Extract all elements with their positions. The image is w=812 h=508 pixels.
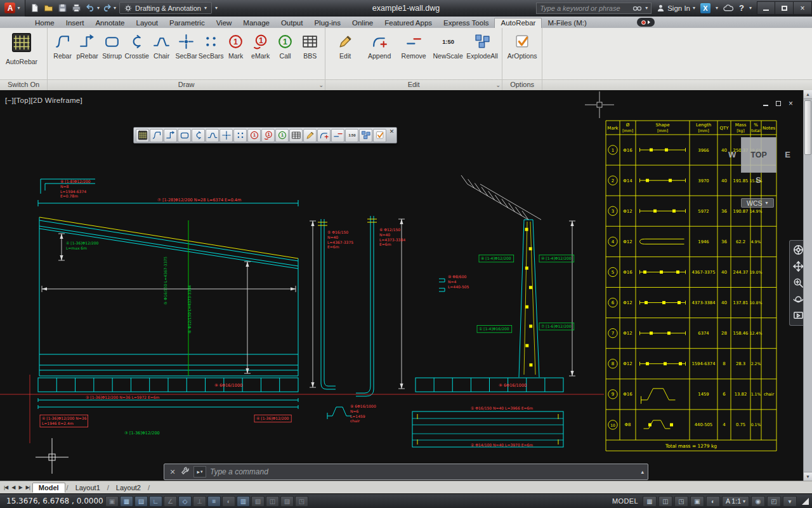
- viewcube-east[interactable]: E: [785, 150, 790, 159]
- toolbar-close-icon[interactable]: ✕: [388, 128, 395, 135]
- close-icon[interactable]: ×: [789, 99, 793, 108]
- close-button[interactable]: ×: [794, 1, 812, 15]
- restore-button[interactable]: [775, 1, 794, 15]
- plot-button[interactable]: [69, 2, 83, 15]
- ribbon-tab-annotate[interactable]: Annotate: [89, 18, 130, 28]
- status-toggle-objectsnap[interactable]: ◇: [178, 496, 192, 507]
- command-line[interactable]: ✕ ▸▾ Type a command ▴: [164, 464, 648, 480]
- panel-expander-icon[interactable]: ⌄: [319, 81, 324, 90]
- status-toggle-polartracking[interactable]: ∠: [164, 496, 177, 507]
- ribbon-button-call[interactable]: 1Call: [273, 32, 298, 60]
- panel-title-edit[interactable]: Edit⌄: [325, 79, 502, 90]
- ribbon-tab-online[interactable]: Online: [346, 18, 379, 28]
- status-toggle-dynamicinput[interactable]: ▥: [237, 496, 250, 507]
- layout-tab-layout2[interactable]: Layout2: [110, 483, 147, 492]
- toolbar-button-aroptions[interactable]: [373, 129, 386, 142]
- command-close-icon[interactable]: ✕: [168, 468, 177, 476]
- status-toggle-objectsnaptracking[interactable]: ≡: [207, 496, 221, 507]
- panel-title-options[interactable]: Options: [502, 79, 542, 90]
- command-history-icon[interactable]: ▴: [641, 469, 644, 475]
- command-prompt-icon[interactable]: ▸▾: [193, 466, 206, 478]
- minimize-icon[interactable]: [763, 105, 768, 106]
- ribbon-tab-parametric[interactable]: Parametric: [164, 18, 211, 28]
- toolbar-button-rebar[interactable]: [150, 129, 163, 142]
- restore-icon[interactable]: [776, 101, 781, 106]
- autodesk-exchange-icon[interactable]: X: [700, 3, 710, 13]
- toolbar-lock-button[interactable]: ◰: [767, 496, 781, 507]
- toolbar-button-secbar[interactable]: [219, 129, 233, 142]
- ribbon-button-bbs[interactable]: BBS: [298, 32, 322, 60]
- command-input[interactable]: Type a command: [210, 467, 637, 476]
- toolbar-button-secbars[interactable]: [233, 129, 247, 142]
- toolbar-button-remove[interactable]: [331, 129, 344, 142]
- ribbon-button-rebar[interactable]: Rebar: [50, 32, 75, 60]
- vertical-scrollbar[interactable]: ▲ ▼: [803, 90, 812, 481]
- scroll-down-arrow[interactable]: ▼: [804, 472, 812, 481]
- prev-tab-arrow-icon[interactable]: ◀: [10, 485, 16, 490]
- toolbar-button-mark[interactable]: 1: [247, 129, 261, 142]
- ribbon-tab-layout[interactable]: Layout: [131, 18, 164, 28]
- ribbon-button-prebar[interactable]: pRebar: [75, 32, 100, 60]
- status-button-model-space[interactable]: ▦: [643, 496, 657, 507]
- ribbon-tab-view[interactable]: View: [211, 18, 238, 28]
- toolbar-button-emark[interactable]: 1: [261, 129, 275, 142]
- toolbar-button-explodeall[interactable]: [359, 129, 372, 142]
- ribbon-button-explodeall[interactable]: ExplodeAll: [465, 32, 499, 60]
- command-customize-wrench-icon[interactable]: [181, 466, 190, 478]
- model-space-label[interactable]: MODEL: [612, 497, 638, 505]
- next-tab-arrow-icon[interactable]: ▶: [16, 485, 23, 490]
- viewport-controls-label[interactable]: [−][Top][2D Wireframe]: [5, 97, 82, 104]
- last-tab-arrow-icon[interactable]: ▶|: [24, 485, 32, 490]
- toolbar-customize-icon[interactable]: ▾: [215, 5, 218, 11]
- status-toggle-showtransparency[interactable]: ◫: [266, 496, 279, 507]
- workspace-gear-button[interactable]: ◉: [751, 496, 765, 507]
- workspace-switcher[interactable]: Drafting & Annotation ▾: [119, 2, 212, 14]
- viewcube[interactable]: W TOP E S WCS ▾: [727, 130, 790, 216]
- status-toggle-selectioncycling[interactable]: ◳: [295, 496, 308, 507]
- scroll-up-arrow[interactable]: ▲: [804, 90, 812, 99]
- annotation-scale-button[interactable]: A 1:1 ▾: [722, 496, 749, 507]
- toolbar-button-edit[interactable]: [303, 129, 317, 142]
- ribbon-tab-m-files-m-[interactable]: M-Files (M:): [542, 18, 592, 28]
- toolbar-button-prebar[interactable]: [164, 129, 177, 142]
- binoculars-search-icon[interactable]: [632, 4, 642, 11]
- viewcube-wcs-menu[interactable]: WCS ▾: [741, 198, 774, 208]
- undo-button[interactable]: [83, 2, 97, 15]
- toolbar-button-crosstie[interactable]: [192, 129, 205, 142]
- toolbar-button-chair[interactable]: [206, 129, 219, 142]
- sign-in-button[interactable]: Sign In ▾: [657, 4, 695, 12]
- redo-button[interactable]: [100, 2, 114, 15]
- ribbon-button-append[interactable]: Append: [362, 32, 396, 60]
- status-toggle-griddisplay[interactable]: ▤: [134, 496, 148, 507]
- status-menu-button[interactable]: ▾: [783, 496, 797, 507]
- ribbon-tab-manage[interactable]: Manage: [237, 18, 275, 28]
- ribbon-button-crosstie[interactable]: Crosstie: [124, 32, 149, 60]
- open-file-button[interactable]: [41, 2, 55, 15]
- ribbon-button-newscale[interactable]: 1:50NewScale: [431, 32, 465, 60]
- ribbon-tab-express-tools[interactable]: Express Tools: [438, 18, 494, 28]
- ribbon-tab-plug-ins[interactable]: Plug-ins: [308, 18, 346, 28]
- redo-dropdown-icon[interactable]: ▾: [114, 5, 116, 11]
- ribbon-tab-insert[interactable]: Insert: [60, 18, 90, 28]
- app-menu-button[interactable]: A ▾: [0, 0, 25, 17]
- ribbon-button-remove[interactable]: Remove: [396, 32, 431, 60]
- status-button-quick-view-drawings[interactable]: ◳: [674, 496, 688, 507]
- status-toggle-dynamicucs[interactable]: ◐: [222, 496, 235, 507]
- toolbar-button-stirrup[interactable]: [178, 129, 191, 142]
- ribbon-tab-output[interactable]: Output: [275, 18, 309, 28]
- cad-canvas[interactable]: MarkØ[mm]Shape[mm]Length[mm]QTYMass[kg]%…: [0, 90, 812, 481]
- ribbon-button-emark[interactable]: 1eMark: [248, 32, 273, 60]
- ribbon-tab-autorebar[interactable]: AutoRebar: [494, 18, 542, 28]
- status-toggle-snapmode[interactable]: ▦: [120, 496, 133, 507]
- ribbon-button-autorebar[interactable]: AutoRebar: [3, 32, 41, 65]
- first-tab-arrow-icon[interactable]: |◀: [2, 485, 10, 490]
- status-toggle-inferconstraints[interactable]: ▣: [105, 496, 119, 507]
- panel-expander-icon[interactable]: ⌄: [496, 81, 501, 90]
- ribbon-button-aroptions[interactable]: ArOptions: [505, 32, 539, 60]
- status-toggle-orthomode[interactable]: ∟: [149, 496, 162, 507]
- clean-screen-corner-icon[interactable]: [802, 498, 809, 505]
- chevron-down-icon[interactable]: ▾: [716, 5, 718, 11]
- ribbon-button-stirrup[interactable]: Stirrup: [100, 32, 124, 60]
- new-file-button[interactable]: [27, 2, 41, 15]
- layout-tab-model[interactable]: Model: [32, 483, 65, 493]
